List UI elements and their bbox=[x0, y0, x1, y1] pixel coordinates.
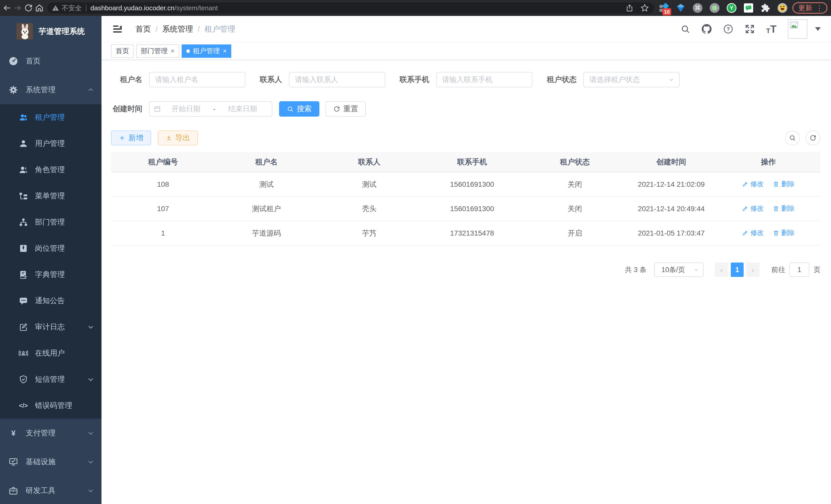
extension-tabs-icon[interactable]: 10 bbox=[658, 3, 669, 13]
status-select[interactable]: 请选择租户状态 bbox=[583, 72, 680, 87]
page-1-button[interactable]: 1 bbox=[731, 263, 744, 277]
search-button[interactable]: 搜索 bbox=[279, 101, 319, 117]
sidebar-item-post[interactable]: 岗位管理 bbox=[0, 235, 102, 262]
sidebar-item-tools[interactable]: 研发工具 bbox=[0, 476, 102, 504]
bookmark-star-button[interactable] bbox=[640, 4, 649, 12]
search-icon bbox=[789, 135, 796, 142]
security-label[interactable]: 不安全 bbox=[62, 4, 82, 12]
sidebar-item-infra[interactable]: 基础设施 bbox=[0, 447, 102, 476]
browser-profile-avatar[interactable] bbox=[777, 3, 788, 13]
delete-label: 删除 bbox=[781, 204, 795, 213]
add-label: 新增 bbox=[128, 133, 143, 143]
sidebar-item-tenant[interactable]: 租户管理 bbox=[0, 104, 102, 130]
page-size-select[interactable]: 10条/页 bbox=[654, 263, 704, 277]
sidebar-item-system[interactable]: 系统管理 bbox=[0, 76, 102, 104]
edit-link[interactable]: 修改 bbox=[742, 180, 764, 188]
export-button[interactable]: 导出 bbox=[158, 130, 198, 145]
breadcrumb-system[interactable]: 系统管理 bbox=[162, 24, 193, 34]
date-range-picker[interactable]: 开始日期 - 结束日期 bbox=[149, 101, 273, 117]
omnibox-divider bbox=[86, 5, 86, 11]
extension-kite-icon[interactable] bbox=[675, 3, 686, 13]
sidebar-item-menu[interactable]: 菜单管理 bbox=[0, 183, 102, 209]
font-size-button[interactable]: TT bbox=[766, 24, 776, 34]
col-tenant-name: 租户名 bbox=[215, 152, 318, 172]
add-button[interactable]: 新增 bbox=[111, 130, 151, 145]
user-avatar[interactable] bbox=[788, 19, 807, 39]
refresh-search-button[interactable] bbox=[785, 130, 800, 145]
share-button[interactable] bbox=[625, 4, 634, 12]
cell-phone: 15601691300 bbox=[421, 197, 523, 221]
tab-home[interactable]: 首页 bbox=[111, 45, 134, 58]
github-link[interactable] bbox=[701, 24, 712, 34]
browser-forward-button[interactable] bbox=[12, 2, 23, 13]
end-date-placeholder: 结束日期 bbox=[218, 104, 268, 114]
url-bar[interactable]: 不安全 dashboard.yudao.iocoder.cn/system/te… bbox=[47, 2, 654, 13]
fullscreen-button[interactable] bbox=[745, 24, 755, 34]
sidebar-collapse-button[interactable] bbox=[112, 23, 123, 35]
browser-home-button[interactable] bbox=[34, 2, 45, 13]
goto-page-input[interactable] bbox=[790, 263, 809, 277]
phone-input[interactable] bbox=[436, 72, 533, 87]
chevron-right-icon: › bbox=[751, 265, 754, 275]
header-search-button[interactable] bbox=[681, 24, 690, 34]
tab-dept[interactable]: 部门管理 × bbox=[136, 45, 179, 58]
sidebar-item-home[interactable]: 首页 bbox=[0, 47, 102, 76]
sidebar-item-dict[interactable]: 字典管理 bbox=[0, 262, 102, 288]
contact-input[interactable] bbox=[289, 72, 385, 87]
filter-row-2: 创建时间 开始日期 - 结束日期 搜索 重置 bbox=[111, 101, 821, 117]
extension-chat-icon[interactable] bbox=[743, 3, 754, 13]
sidebar-item-audit[interactable]: 审计日志 bbox=[0, 314, 102, 340]
help-button[interactable]: ? bbox=[723, 24, 733, 34]
next-page-button[interactable]: › bbox=[746, 263, 760, 277]
kebab-menu-icon[interactable]: ⋮ bbox=[816, 4, 823, 12]
chevron-down-icon bbox=[87, 376, 94, 383]
extension-command-icon[interactable]: ⌘ bbox=[692, 3, 703, 13]
edit-link[interactable]: 修改 bbox=[742, 228, 764, 237]
tab-label: 租户管理 bbox=[193, 47, 220, 56]
active-dot bbox=[186, 49, 190, 53]
cell-contact: 芋艿 bbox=[318, 221, 421, 245]
browser-update-button[interactable]: 更新 ⋮ bbox=[793, 2, 827, 13]
reset-button[interactable]: 重置 bbox=[325, 101, 366, 117]
filter-row-1: 租户名 联系人 联系手机 租户状态 请选择租户状态 bbox=[111, 72, 821, 87]
edit-link[interactable]: 修改 bbox=[742, 204, 764, 213]
delete-link[interactable]: 删除 bbox=[773, 228, 795, 237]
app-logo[interactable]: 芋道管理系统 bbox=[0, 16, 102, 47]
browser-back-button[interactable] bbox=[2, 2, 12, 13]
filter-phone: 联系手机 bbox=[400, 72, 533, 87]
edit-label: 修改 bbox=[750, 180, 764, 188]
cell-actions: 修改 删除 bbox=[716, 197, 821, 221]
sidebar-item-label: 基础设施 bbox=[26, 457, 87, 467]
sidebar-item-label: 字典管理 bbox=[35, 269, 94, 280]
browser-reload-button[interactable] bbox=[23, 2, 34, 13]
prev-page-button[interactable]: ‹ bbox=[715, 263, 728, 277]
extension-recorder-icon[interactable] bbox=[709, 3, 720, 13]
sidebar-item-sms[interactable]: 短信管理 bbox=[0, 366, 102, 392]
sidebar-item-errcode[interactable]: </> 错误码管理 bbox=[0, 392, 102, 419]
tab-close-icon[interactable]: × bbox=[171, 47, 174, 55]
sidebar-item-pay[interactable]: ¥ 支付管理 bbox=[0, 419, 102, 447]
screen: 不安全 dashboard.yudao.iocoder.cn/system/te… bbox=[0, 0, 831, 504]
main-area: 首页 / 系统管理 / 租户管理 ? bbox=[102, 16, 831, 504]
avatar-caret-down-icon[interactable] bbox=[815, 27, 821, 31]
breadcrumb-home[interactable]: 首页 bbox=[136, 24, 151, 34]
delete-link[interactable]: 删除 bbox=[773, 204, 795, 213]
chevron-left-icon: ‹ bbox=[720, 265, 723, 275]
breadcrumb-current: 租户管理 bbox=[204, 24, 235, 34]
star-icon bbox=[640, 4, 649, 12]
tab-tenant[interactable]: 租户管理 × bbox=[182, 45, 231, 58]
extension-y-icon[interactable]: Y bbox=[726, 3, 737, 13]
sidebar-item-role[interactable]: 角色管理 bbox=[0, 157, 102, 183]
extensions-puzzle-button[interactable] bbox=[760, 3, 771, 13]
filter-create-time: 创建时间 开始日期 - 结束日期 bbox=[111, 101, 273, 117]
sidebar-item-user[interactable]: 用户管理 bbox=[0, 130, 102, 157]
sidebar-item-dept[interactable]: 部门管理 bbox=[0, 209, 102, 235]
sidebar-item-online[interactable]: 在线用户 bbox=[0, 340, 102, 366]
delete-link[interactable]: 删除 bbox=[773, 180, 795, 188]
fold-icon bbox=[112, 23, 123, 35]
tenant-name-input[interactable] bbox=[149, 72, 246, 87]
sidebar-item-notice[interactable]: 通知公告 bbox=[0, 288, 102, 314]
refresh-table-button[interactable] bbox=[806, 130, 821, 145]
sidebar-menu: 首页 系统管理 租户管理 用户管理 bbox=[0, 47, 102, 504]
tab-close-icon[interactable]: × bbox=[223, 47, 227, 55]
